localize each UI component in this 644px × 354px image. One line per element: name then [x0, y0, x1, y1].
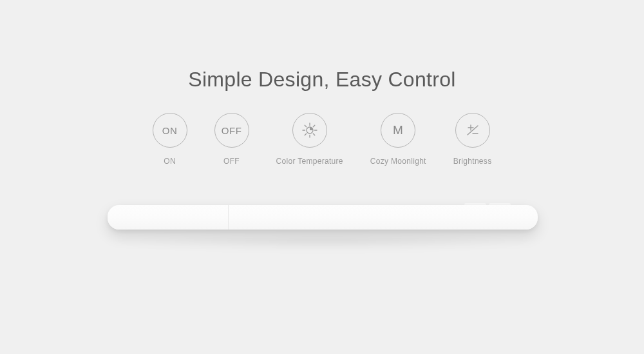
svg-line-5 [305, 125, 307, 127]
moonlight-icon-symbol: M [393, 123, 403, 137]
on-icon: ON [153, 113, 187, 148]
moonlight-label: Cozy Moonlight [370, 157, 426, 166]
feature-moonlight: M Cozy Moonlight [370, 113, 426, 166]
on-label: ON [164, 157, 176, 166]
moonlight-icon: M [381, 113, 415, 148]
feature-brightness: Brightness [453, 113, 492, 166]
svg-line-6 [313, 133, 315, 135]
device-divider [228, 205, 229, 230]
color-temperature-icon [292, 113, 327, 148]
off-label: OFF [223, 157, 240, 166]
feature-off: OFF OFF [214, 113, 249, 166]
device-shadow [108, 232, 538, 250]
feature-on: ON ON [153, 113, 187, 166]
color-temperature-label: Color Temperature [276, 157, 343, 166]
feature-icons-row: ON ON OFF OFF [0, 113, 644, 166]
brightness-label: Brightness [453, 157, 492, 166]
off-icon-symbol: OFF [222, 125, 242, 136]
feature-color-temperature: Color Temperature [276, 113, 343, 166]
remote-device-side-view [108, 205, 538, 230]
page-title: Simple Design, Easy Control [0, 68, 644, 92]
brightness-icon [455, 113, 490, 148]
off-icon: OFF [214, 113, 249, 148]
svg-line-7 [305, 133, 307, 135]
device-button-bumps [464, 203, 511, 205]
on-icon-symbol: ON [162, 125, 178, 136]
svg-line-8 [313, 125, 315, 127]
